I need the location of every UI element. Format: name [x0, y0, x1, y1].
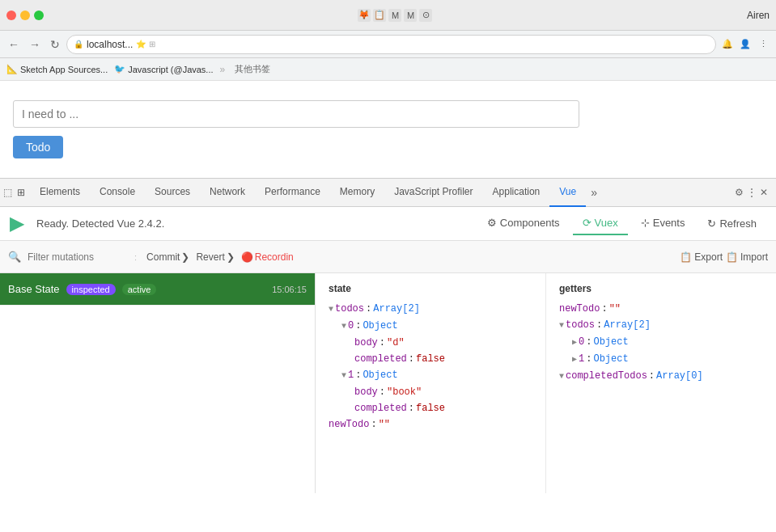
item0-body-row: body : "d"	[354, 335, 532, 351]
url-text: localhost...	[87, 39, 133, 50]
reload-button[interactable]: ↻	[47, 36, 63, 53]
refresh-icon: ↻	[707, 217, 716, 230]
tab-application[interactable]: Application	[483, 179, 550, 207]
search-icon: 🔍	[8, 251, 21, 263]
item1-row[interactable]: ▼ 1 : Object	[341, 367, 532, 384]
other-bookmarks[interactable]: 其他书签	[235, 63, 270, 75]
inspect-icon[interactable]: ⬚	[3, 187, 12, 198]
import-button[interactable]: 📋 Import	[726, 251, 768, 263]
export-button[interactable]: 📋 Export	[680, 251, 723, 263]
bookmark-sketch[interactable]: 📐 Sketch App Sources...	[6, 64, 108, 74]
browser-titlebar: 🦊 📋 M M ⊙ Airen	[0, 0, 776, 31]
item1-arrow[interactable]: ▼	[341, 368, 346, 384]
recording-button[interactable]: 🔴 Recordin	[241, 251, 294, 263]
tab-memory[interactable]: Memory	[330, 179, 384, 207]
todos-arrow[interactable]: ▼	[329, 302, 333, 318]
forward-button[interactable]: →	[26, 36, 44, 53]
tab-network[interactable]: Network	[200, 179, 255, 207]
getter-item1-arrow[interactable]: ▶	[572, 352, 577, 368]
browser-user: Airen	[747, 10, 770, 21]
state-column: state ▼ todos : Array[2] ▼ 0 : Object	[316, 273, 546, 493]
tab-console[interactable]: Console	[90, 179, 145, 207]
refresh-button[interactable]: ↻ Refresh	[698, 213, 766, 234]
browser-toolbar-icons: 🔔 👤 ⋮	[719, 36, 771, 53]
tab-elements[interactable]: Elements	[30, 179, 90, 207]
getter-newTodo-row: newTodo : ""	[559, 301, 763, 317]
devtools-panel: ⬚ ⊞ Elements Console Sources Network Per…	[0, 178, 776, 493]
state-header: state	[329, 283, 532, 294]
state-getters-split: state ▼ todos : Array[2] ▼ 0 : Object	[316, 273, 776, 493]
devtools-close-btn[interactable]: ✕	[760, 187, 768, 198]
getter-todos-arrow[interactable]: ▼	[559, 318, 564, 334]
todo-button[interactable]: Todo	[13, 136, 63, 158]
browser-toolbar: ← → ↻ 🔒 localhost... ⭐ ⊞ 🔔 👤 ⋮	[0, 31, 776, 58]
nav-events-btn[interactable]: ⊹ Events	[631, 212, 695, 235]
vue-devtools-panel: ▶ Ready. Detected Vue 2.4.2. ⚙ Component…	[0, 207, 776, 493]
back-button[interactable]: ←	[5, 36, 23, 53]
mutations-panel: Base State inspected active 15:06:15	[0, 273, 316, 493]
menu-icon[interactable]: ⋮	[755, 36, 771, 53]
tab-performance[interactable]: Performance	[255, 179, 330, 207]
maximize-button[interactable]	[34, 11, 44, 20]
bookmarks-more[interactable]: »	[220, 64, 226, 75]
commit-button[interactable]: Commit ❯	[146, 251, 189, 263]
item0-row[interactable]: ▼ 0 : Object	[341, 318, 532, 335]
extension-icon[interactable]: 🔔	[719, 36, 736, 53]
vue-header: ▶ Ready. Detected Vue 2.4.2. ⚙ Component…	[0, 207, 776, 241]
devtools-settings-btn[interactable]: ⚙	[735, 187, 744, 198]
item1-body-row: body : "book"	[354, 384, 532, 400]
todos-type: Array[2]	[373, 301, 420, 317]
getter-completed-arrow[interactable]: ▼	[559, 369, 564, 385]
nav-components-btn[interactable]: ⚙ Components	[477, 212, 570, 235]
responsive-icon[interactable]: ⊞	[17, 187, 25, 198]
minimize-button[interactable]	[20, 11, 30, 20]
toolbar-separator: :	[134, 252, 137, 262]
item0-completed-row: completed : false	[354, 351, 532, 367]
devtools-dock-btn[interactable]: ⋮	[747, 187, 757, 198]
getter-todos-row[interactable]: ▼ todos : Array[2]	[559, 317, 763, 334]
vuex-icon: ⟳	[583, 217, 592, 229]
getter-completedTodos-row[interactable]: ▼ completedTodos : Array[0]	[559, 368, 763, 385]
tabs-more-button[interactable]: »	[586, 186, 602, 199]
vue-ready-text: Ready. Detected Vue 2.4.2.	[36, 217, 164, 230]
todos-key: todos	[335, 301, 364, 317]
getter-item1-row[interactable]: ▶ 1 : Object	[572, 351, 763, 368]
nav-vuex-btn[interactable]: ⟳ Vuex	[573, 212, 628, 235]
commit-chevron: ❯	[181, 251, 189, 263]
sketch-icon: 📐	[6, 64, 18, 74]
mutation-badge-inspected: inspected	[66, 284, 116, 295]
tab-js-profiler[interactable]: JavaScript Profiler	[384, 179, 482, 207]
traffic-lights	[6, 11, 44, 20]
item0-arrow[interactable]: ▼	[341, 319, 346, 335]
getter-item0-arrow[interactable]: ▶	[572, 335, 577, 351]
newTodo-row: newTodo : ""	[329, 416, 532, 433]
address-bar[interactable]: 🔒 localhost... ⭐ ⊞	[66, 35, 716, 54]
revert-chevron: ❯	[227, 251, 235, 263]
bookmarks-bar: 📐 Sketch App Sources... 🐦 Javascript (@J…	[0, 58, 776, 81]
getter-item0-row[interactable]: ▶ 0 : Object	[572, 334, 763, 351]
item0-type: Object	[363, 318, 397, 334]
vuex-content: Base State inspected active 15:06:15 sta…	[0, 273, 776, 493]
filter-input[interactable]	[28, 251, 125, 263]
mutation-label: Base State	[8, 283, 60, 295]
mutation-badge-active: active	[122, 284, 157, 295]
vue-logo: ▶	[10, 213, 23, 234]
profile-icon[interactable]: 👤	[737, 36, 753, 53]
getters-header: getters	[559, 283, 763, 294]
tab-vue[interactable]: Vue	[549, 179, 586, 207]
todos-row[interactable]: ▼ todos : Array[2]	[329, 301, 532, 318]
item1-completed-row: completed : false	[354, 400, 532, 416]
record-icon: 🔴	[241, 251, 253, 263]
devtools-tabs: ⬚ ⊞ Elements Console Sources Network Per…	[0, 179, 776, 207]
mutation-base-state[interactable]: Base State inspected active 15:06:15	[0, 273, 315, 306]
todos-items: ▼ 0 : Object body : "d"	[329, 318, 532, 416]
export-icon: 📋	[680, 251, 692, 263]
app-content: Todo	[0, 81, 776, 178]
close-button[interactable]	[6, 11, 16, 20]
revert-button[interactable]: Revert ❯	[196, 251, 234, 263]
twitter-icon: 🐦	[114, 64, 125, 74]
bookmark-js[interactable]: 🐦 Javascript (@Javas...	[114, 64, 213, 74]
todo-input[interactable]	[13, 100, 579, 128]
getter-todos-items: ▶ 0 : Object ▶ 1 : Object	[559, 334, 763, 368]
tab-sources[interactable]: Sources	[145, 179, 200, 207]
